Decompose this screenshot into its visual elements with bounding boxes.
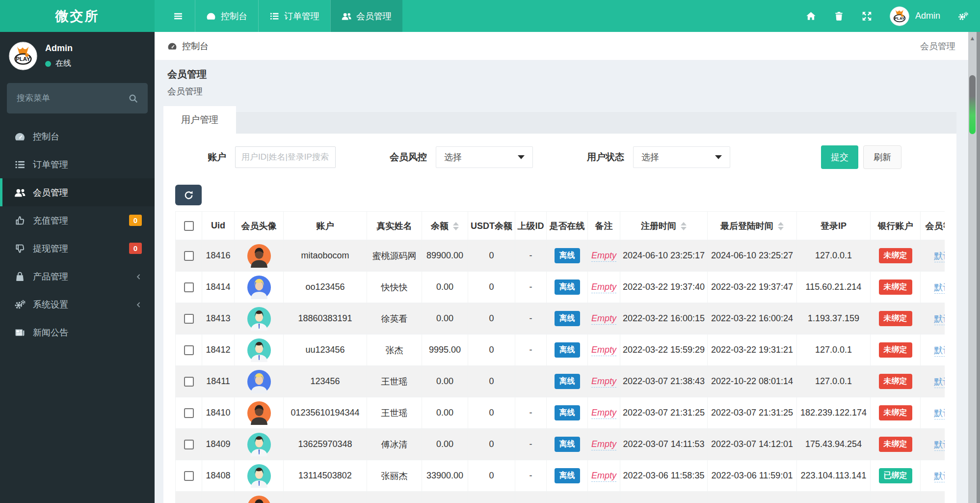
scrollbar-up-arrow[interactable]: ▲ (968, 32, 977, 42)
avatar-cell (235, 366, 284, 397)
account-search-input[interactable] (235, 146, 336, 168)
expand-icon[interactable] (862, 11, 872, 21)
balance-cell: 33900.00 (422, 460, 468, 492)
sidebar-item-bag[interactable]: 产品管理 (0, 262, 155, 290)
row-checkbox[interactable] (184, 251, 194, 261)
vertical-scrollbar-track[interactable]: ▲ (968, 32, 977, 503)
sort-arrows-icon[interactable] (453, 222, 459, 230)
tab-user-management[interactable]: 用户管理 (163, 106, 236, 134)
online-status-cell (547, 492, 588, 503)
member-level-link[interactable]: 默认 (934, 408, 945, 419)
select-all-checkbox[interactable] (184, 221, 194, 231)
member-avatar (247, 307, 271, 331)
sidebar-item-list[interactable]: 订单管理 (0, 150, 155, 178)
parent-id-cell (515, 366, 547, 397)
sidebar-item-thumbdown[interactable]: 提现管理0 (0, 234, 155, 262)
bank-account-cell (871, 492, 921, 503)
member-level-cell: 默认 (921, 303, 945, 335)
remark-link[interactable]: Empty (591, 313, 616, 325)
sidebar-user-status: 在线 (45, 58, 73, 69)
column-header: 是否在线 (547, 212, 588, 240)
avatar-cell (235, 240, 284, 272)
row-checkbox[interactable] (184, 408, 194, 418)
sidebar-item-news[interactable]: 新闻公告 (0, 318, 155, 346)
online-status-cell: 离线 (547, 429, 588, 460)
column-header: 账户 (284, 212, 367, 240)
member-level-link[interactable]: 默认 (934, 251, 945, 262)
login-ip-cell: 175.43.94.254 (797, 429, 871, 460)
remark-link[interactable]: Empty (591, 376, 616, 388)
sort-arrows-icon[interactable] (681, 222, 687, 230)
remark-link[interactable]: Empty (591, 408, 616, 419)
row-checkbox[interactable] (184, 377, 194, 387)
remark-link[interactable]: Empty (591, 251, 616, 262)
remark-link[interactable]: Empty (591, 345, 616, 356)
column-header[interactable]: 余额 (422, 212, 468, 240)
risk-select[interactable]: 选择 (436, 146, 533, 168)
member-level-link[interactable]: 默认 (934, 282, 945, 294)
table-reload-button[interactable] (175, 185, 202, 205)
register-time-cell: 2022-03-22 16:00:15 (620, 303, 708, 335)
top-nav-item-users[interactable]: 会员管理 (330, 0, 402, 32)
member-level-link[interactable]: 默认 (934, 345, 945, 357)
member-level-link[interactable]: 默认 (934, 471, 945, 482)
breadcrumb: 控制台 会员管理 (155, 32, 968, 60)
column-header[interactable]: 注册时间 (620, 212, 708, 240)
row-checkbox[interactable] (184, 440, 194, 449)
settings-gears-icon[interactable] (958, 11, 968, 21)
member-level-link[interactable]: 默认 (934, 314, 945, 325)
vertical-scrollbar-thumb[interactable] (969, 75, 976, 134)
avatar-cell (235, 492, 284, 503)
bank-status-badge: 未绑定 (879, 374, 912, 389)
row-select-cell (176, 272, 202, 303)
register-time-cell (620, 492, 708, 503)
status-select[interactable]: 选择 (633, 146, 730, 168)
submit-button[interactable]: 提交 (821, 145, 858, 169)
column-header-label: 注册时间 (641, 221, 676, 231)
row-checkbox[interactable] (184, 282, 194, 292)
sidebar-item-gears[interactable]: 系统设置 (0, 290, 155, 318)
search-icon[interactable] (129, 93, 138, 103)
menu-toggle-button[interactable] (161, 0, 195, 32)
breadcrumb-location[interactable]: 控制台 (167, 40, 209, 52)
register-time-cell: 2022-03-06 11:58:35 (620, 460, 708, 492)
member-level-link[interactable]: 默认 (934, 377, 945, 388)
sidebar-item-users[interactable]: 会员管理 (0, 178, 155, 206)
avatar-cell (235, 335, 284, 366)
offline-badge: 离线 (555, 279, 580, 295)
navbar-user[interactable]: Admin (890, 6, 940, 26)
row-checkbox[interactable] (184, 471, 194, 481)
top-nav-item-list[interactable]: 订单管理 (258, 0, 330, 32)
remark-cell: Empty (588, 460, 620, 492)
remark-link[interactable]: Empty (591, 471, 616, 482)
trash-icon[interactable] (834, 11, 844, 21)
last-login-cell: 2024-06-10 23:25:27 (708, 240, 797, 272)
brand-logo[interactable]: 微交所 (0, 0, 155, 32)
remark-cell (588, 492, 620, 503)
sidebar-item-tacho[interactable]: 控制台 (0, 122, 155, 150)
table-row: 18412uu123456张杰9995.000-离线Empty2022-03-2… (176, 335, 945, 366)
home-icon[interactable] (806, 11, 816, 21)
member-level-link[interactable]: 默认 (934, 440, 945, 451)
account-cell: oo123456 (284, 272, 367, 303)
sidebar-item-thumbup[interactable]: 充值管理0 (0, 206, 155, 234)
row-checkbox[interactable] (184, 314, 194, 324)
list-icon (14, 159, 26, 169)
remark-link[interactable]: Empty (591, 439, 616, 450)
menu-search-input[interactable] (17, 93, 129, 103)
column-header-label: 真实姓名 (377, 221, 412, 231)
refresh-button[interactable]: 刷新 (863, 145, 901, 169)
real-name-cell: 快快快 (367, 272, 422, 303)
row-checkbox[interactable] (184, 345, 194, 355)
column-header: 备注 (588, 212, 620, 240)
risk-label: 会员风控 (390, 151, 427, 164)
register-time-cell: 2022-03-22 15:59:29 (620, 335, 708, 366)
sort-arrows-icon[interactable] (778, 222, 784, 230)
filter-account: 账户 (208, 146, 336, 168)
top-nav-item-label: 订单管理 (284, 10, 319, 22)
top-nav-item-tacho[interactable]: 控制台 (195, 0, 258, 32)
login-ip-cell: 223.104.113.141 (797, 460, 871, 492)
column-header[interactable]: 最后登陆时间 (708, 212, 797, 240)
filter-status: 用户状态 选择 (587, 146, 730, 168)
remark-link[interactable]: Empty (591, 282, 616, 293)
